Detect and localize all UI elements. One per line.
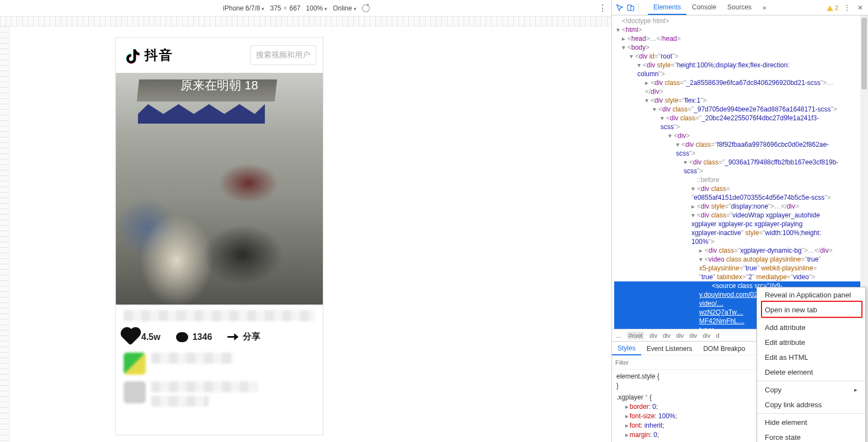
devtools-pane: ElementsConsoleSources 2 ⋮ ✕ <!doctype h… — [611, 0, 868, 442]
warnings-badge[interactable]: 2 — [827, 3, 838, 12]
context-menu-item[interactable]: Add attribute — [757, 320, 865, 335]
search-input[interactable]: 搜索视频和用户 — [250, 45, 316, 65]
devtools-tab-bar: ElementsConsoleSources — [648, 0, 757, 15]
breadcrumb-item[interactable]: div — [649, 332, 657, 339]
video-caption: 原来在明朝 18 — [116, 77, 323, 94]
styles-subtab[interactable]: Event Listeners — [641, 342, 698, 355]
brand-logo[interactable]: 抖音 — [123, 46, 173, 65]
dom-node[interactable]: <div class="_20bc24e2255076f4dbc27d9fe1a… — [614, 114, 868, 131]
ruler-vertical — [0, 26, 10, 442]
action-bar: 4.5w 1346 分享 — [116, 327, 323, 347]
separator — [638, 3, 639, 12]
dom-node[interactable]: <div class="_9036a17f9488cffb2fbb167ee3c… — [614, 158, 868, 175]
device-selector[interactable]: iPhone 6/7/8 — [223, 4, 264, 12]
breadcrumb-item[interactable]: div — [702, 332, 710, 339]
dom-node[interactable]: <div class="_97d705de994bee2e76ad8876a16… — [614, 105, 868, 114]
ruler-horizontal — [0, 17, 611, 26]
svg-rect-1 — [631, 6, 634, 10]
dom-node[interactable]: <body> — [614, 43, 868, 52]
context-menu[interactable]: Reveal in Application panelOpen in new t… — [757, 287, 866, 442]
scrollbar-thumb[interactable] — [861, 18, 867, 89]
breadcrumb-item[interactable]: d — [716, 332, 719, 339]
context-menu-item[interactable]: Open in new tab — [757, 302, 865, 317]
douyin-icon — [123, 46, 141, 65]
comment-icon — [176, 332, 188, 342]
blurred-text — [124, 310, 315, 321]
dom-node[interactable]: <div style="display:none">…</div> — [614, 202, 868, 211]
simulator-canvas: 抖音 搜索视频和用户 原来在明朝 18 4.5w — [0, 17, 611, 442]
close-icon[interactable]: ✕ — [856, 3, 865, 12]
breadcrumb-item[interactable]: … — [615, 332, 621, 339]
device-frame: 抖音 搜索视频和用户 原来在明朝 18 4.5w — [116, 38, 323, 435]
comment-row — [124, 353, 315, 375]
context-menu-item[interactable]: Delete element — [757, 365, 865, 380]
rotate-icon[interactable] — [360, 3, 371, 13]
breadcrumb-item[interactable]: #root — [627, 332, 644, 339]
dom-node[interactable]: <div id="root"> — [614, 52, 868, 61]
context-menu-item[interactable]: Edit attribute — [757, 335, 865, 350]
context-menu-item[interactable]: Reveal in Application panel — [757, 287, 865, 302]
context-menu-item[interactable]: Hide element — [757, 415, 865, 430]
avatar — [124, 353, 146, 375]
styles-subtab[interactable]: Styles — [612, 342, 641, 355]
settings-icon[interactable]: ⋮ — [843, 3, 851, 12]
more-tabs-icon[interactable] — [759, 4, 766, 12]
share-label: 分享 — [243, 331, 260, 343]
video-scene — [116, 73, 323, 305]
dom-node[interactable]: <div class="f8f92fbaa6a9978696cbc0d0e2f8… — [614, 140, 868, 158]
network-selector[interactable]: Online — [333, 4, 356, 12]
device-width[interactable]: 375 — [270, 4, 281, 12]
dom-node[interactable]: <div class="xgplayer-dynamic-bg">…</div> — [614, 246, 868, 255]
dom-node[interactable]: <div style="height:100%;display:flex;fle… — [614, 61, 868, 78]
comment-button[interactable]: 1346 — [176, 332, 212, 342]
dom-node[interactable]: <!doctype html> — [614, 17, 868, 25]
dimension-separator: × — [284, 4, 287, 12]
warning-icon — [827, 2, 833, 11]
device-height[interactable]: 667 — [290, 4, 301, 12]
dom-node[interactable]: <div style="flex:1"> — [614, 96, 868, 105]
video-meta — [116, 305, 323, 327]
blurred-text — [151, 381, 258, 392]
devtools-tab-console[interactable]: Console — [686, 0, 722, 15]
mobile-header: 抖音 搜索视频和用户 — [116, 38, 323, 73]
dom-node[interactable]: <div class="_2a8558639e6fca67dc840629692… — [614, 78, 868, 96]
blurred-text — [151, 396, 209, 407]
dom-node[interactable]: <div> — [614, 131, 868, 140]
breadcrumb-item[interactable]: div — [676, 332, 684, 339]
dom-node[interactable]: ::before — [614, 175, 868, 184]
dom-node[interactable]: <html> — [614, 25, 868, 34]
video-player[interactable]: 原来在明朝 18 — [116, 73, 323, 305]
like-button[interactable]: 4.5w — [125, 332, 161, 343]
context-menu-item[interactable]: Copy — [757, 382, 865, 397]
devtools-toolbar: ElementsConsoleSources 2 ⋮ ✕ — [612, 0, 868, 15]
context-menu-item[interactable]: Edit as HTML — [757, 350, 865, 365]
brand-name: 抖音 — [145, 46, 173, 64]
more-options-icon[interactable]: ⋮ — [598, 3, 607, 13]
search-placeholder: 搜索视频和用户 — [256, 50, 310, 60]
device-toggle-icon[interactable] — [626, 3, 635, 12]
context-menu-item[interactable]: Force state — [757, 430, 865, 442]
avatar — [124, 381, 146, 403]
dom-node[interactable]: <video class autoplay playsinline="true"… — [614, 255, 868, 281]
dom-tree[interactable]: <!doctype html><html><head>…</head><body… — [612, 15, 868, 329]
dom-node[interactable]: <head>…</head> — [614, 34, 868, 43]
warning-count: 2 — [835, 4, 838, 11]
blurred-text — [151, 353, 233, 364]
like-count: 4.5w — [141, 332, 161, 342]
context-menu-item[interactable]: Copy link address — [757, 397, 865, 412]
dom-node[interactable]: <div class="videoWrap xgplayer_autohidex… — [614, 211, 868, 246]
breadcrumb-item[interactable]: div — [663, 332, 670, 339]
zoom-selector[interactable]: 100% — [306, 4, 328, 12]
comment-count: 1346 — [193, 332, 212, 342]
share-icon — [227, 333, 238, 342]
device-simulator-pane: iPhone 6/7/8 375 × 667 100% Online ⋮ — [0, 0, 611, 442]
devtools-tab-elements[interactable]: Elements — [648, 0, 686, 15]
breadcrumb-item[interactable]: div — [689, 332, 697, 339]
simulator-toolbar: iPhone 6/7/8 375 × 667 100% Online ⋮ — [0, 0, 611, 17]
dom-node[interactable]: <div class="e0855af4151de070355c4d56e74b… — [614, 184, 868, 202]
css-selector: .xgplayer — [616, 393, 643, 401]
inspect-icon[interactable] — [615, 3, 624, 12]
share-button[interactable]: 分享 — [227, 331, 260, 343]
styles-subtab[interactable]: DOM Breakpo — [697, 342, 750, 355]
devtools-tab-sources[interactable]: Sources — [722, 0, 757, 15]
